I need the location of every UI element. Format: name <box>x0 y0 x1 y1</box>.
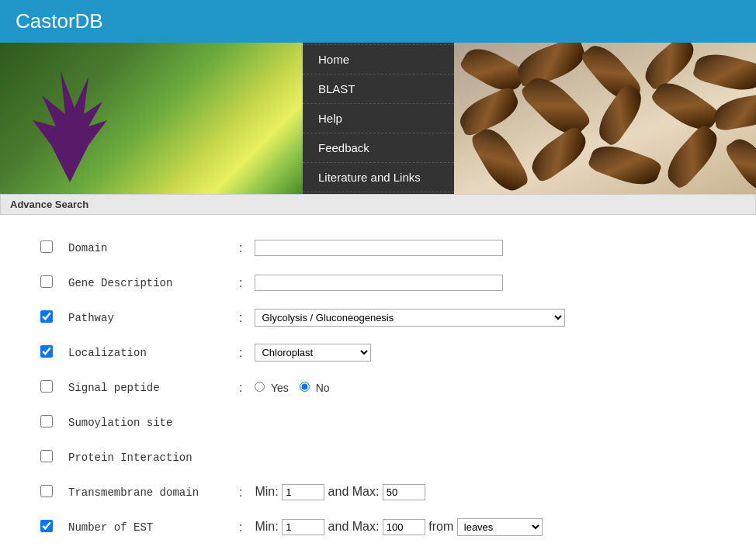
est-min-input[interactable] <box>282 519 324 535</box>
tm-min-label: Min: <box>255 485 278 498</box>
est-from-label: from <box>428 520 456 533</box>
signal-peptide-label[interactable]: Signal peptide <box>68 382 160 394</box>
sumoylation-colon <box>233 405 248 440</box>
signal-peptide-row: Signal peptide : Yes No <box>31 370 725 405</box>
gene-desc-row: Gene Description : <box>31 265 725 300</box>
transmembrane-label[interactable]: Transmembrane domain <box>68 486 199 499</box>
transmembrane-min-input[interactable] <box>282 484 324 500</box>
localization-checkbox[interactable] <box>40 345 53 358</box>
gene-desc-input[interactable] <box>255 275 503 291</box>
pathway-checkbox[interactable] <box>40 310 53 323</box>
num-est-checkbox[interactable] <box>40 520 53 532</box>
advance-search-label: Advance Search <box>10 199 88 210</box>
nav-item-home[interactable]: Home <box>303 44 454 74</box>
signal-peptide-colon: : <box>233 370 248 405</box>
signal-no-label[interactable]: No <box>316 382 330 394</box>
gene-desc-colon: : <box>233 265 248 300</box>
transmembrane-row: Transmembrane domain : Min: and Max: <box>31 475 725 510</box>
domain-row: Domain : <box>31 230 725 265</box>
est-from-select[interactable]: leaves roots seeds stems flowers <box>457 518 543 536</box>
hero-plant-image <box>0 43 303 194</box>
main-content: Domain : Gene Description : <box>0 215 756 557</box>
num-est-row: Number of EST : Min: and Max: from leave… <box>31 510 725 545</box>
nav-item-blast[interactable]: BLAST <box>303 74 454 104</box>
hero-banner: Home BLAST Help Feedback Literature and … <box>0 43 756 194</box>
est-and-max-label: and Max: <box>328 520 380 533</box>
domain-checkbox[interactable] <box>40 240 53 253</box>
sumoylation-checkbox[interactable] <box>40 415 53 427</box>
domain-colon: : <box>233 230 248 265</box>
sumoylation-row: Sumoylation site <box>31 405 725 440</box>
est-max-input[interactable] <box>383 519 425 535</box>
pathway-row: Pathway : Glycolysis / Gluconeogenesis C… <box>31 300 725 335</box>
pathway-select[interactable]: Glycolysis / Gluconeogenesis Citrate cyc… <box>255 309 565 327</box>
gene-desc-label[interactable]: Gene Description <box>68 277 172 289</box>
domain-label[interactable]: Domain <box>68 242 107 254</box>
transmembrane-max-input[interactable] <box>383 484 425 500</box>
signal-no-radio[interactable] <box>300 382 310 392</box>
nav-item-help[interactable]: Help <box>303 104 454 133</box>
protein-interaction-row: Protein Interaction <box>31 440 725 475</box>
nav-item-feedback[interactable]: Feedback <box>303 133 454 163</box>
pathway-colon: : <box>233 300 248 335</box>
num-est-colon: : <box>233 510 248 545</box>
pathway-label[interactable]: Pathway <box>68 312 114 324</box>
protein-interaction-colon <box>233 440 248 475</box>
transmembrane-checkbox[interactable] <box>40 485 53 497</box>
sumoylation-label[interactable]: Sumoylation site <box>68 417 172 429</box>
localization-row: Localization : Chloroplast Cytoplasm Nuc… <box>31 335 725 370</box>
localization-label[interactable]: Localization <box>68 347 147 359</box>
num-est-label[interactable]: Number of EST <box>68 521 153 534</box>
advance-search-bar: Advance Search <box>0 194 756 215</box>
est-min-label: Min: <box>255 520 278 533</box>
app-header: CastorDB <box>0 0 756 43</box>
domain-input[interactable] <box>255 240 503 256</box>
signal-yes-label[interactable]: Yes <box>271 382 289 394</box>
protein-interaction-label[interactable]: Protein Interaction <box>68 451 192 464</box>
signal-yes-radio[interactable] <box>255 382 265 392</box>
nav-menu: Home BLAST Help Feedback Literature and … <box>303 43 454 194</box>
localization-colon: : <box>233 335 248 370</box>
search-form: Domain : Gene Description : <box>31 230 725 545</box>
protein-interaction-checkbox[interactable] <box>40 450 53 462</box>
hero-seeds-image <box>454 43 756 194</box>
signal-peptide-checkbox[interactable] <box>40 380 53 393</box>
tm-and-max-label: and Max: <box>328 485 380 498</box>
transmembrane-colon: : <box>233 475 248 510</box>
gene-desc-checkbox[interactable] <box>40 275 53 288</box>
app-title: CastorDB <box>16 9 103 33</box>
seeds-pattern <box>454 43 756 194</box>
localization-select[interactable]: Chloroplast Cytoplasm Nucleus Mitochondr… <box>255 344 371 362</box>
nav-item-lit-links[interactable]: Literature and Links <box>303 163 454 192</box>
